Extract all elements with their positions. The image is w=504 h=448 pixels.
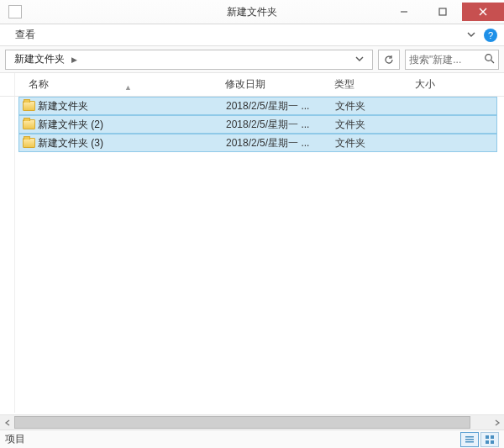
svg-line-5 (491, 60, 495, 63)
menubar: 查看 ? (0, 24, 504, 46)
table-row[interactable]: 新建文件夹 2018/2/5/星期一 ... 文件夹 (18, 97, 497, 115)
search-icon[interactable] (484, 53, 495, 66)
menu-view[interactable]: 查看 (7, 26, 44, 44)
search-input[interactable] (409, 54, 484, 66)
search-box[interactable] (405, 50, 499, 70)
scroll-right-button[interactable] (490, 415, 504, 430)
svg-rect-1 (439, 8, 446, 15)
address-dropdown-icon[interactable] (350, 54, 369, 66)
file-date: 2018/2/5/星期一 ... (226, 118, 335, 132)
svg-rect-8 (465, 441, 474, 443)
scroll-track[interactable] (14, 415, 490, 430)
svg-rect-10 (491, 435, 494, 439)
folder-icon (23, 119, 35, 129)
file-list: 新建文件夹 2018/2/5/星期一 ... 文件夹 新建文件夹 (2) 201… (0, 97, 504, 413)
address-bar: 新建文件夹 ▶ (0, 46, 504, 73)
titlebar: 新建文件夹 (0, 0, 504, 24)
minimize-button[interactable] (385, 3, 423, 21)
file-name: 新建文件夹 (2) (38, 118, 226, 132)
column-header-type[interactable]: 类型 (334, 77, 412, 92)
column-header-name-label: 名称 (29, 78, 49, 90)
file-name: 新建文件夹 (38, 99, 226, 113)
scroll-left-button[interactable] (0, 415, 14, 430)
refresh-button[interactable] (378, 50, 400, 70)
column-header-name[interactable]: 名称 ▲ (0, 77, 225, 92)
column-header-row: 名称 ▲ 修改日期 类型 大小 (0, 73, 504, 97)
column-header-size[interactable]: 大小 (412, 77, 504, 92)
breadcrumb-item[interactable]: 新建文件夹 (9, 50, 70, 68)
status-text: 项目 (5, 432, 25, 446)
window-controls (385, 3, 504, 21)
svg-point-4 (486, 54, 492, 61)
svg-rect-6 (465, 436, 474, 438)
folder-icon (23, 138, 35, 148)
svg-rect-12 (491, 440, 494, 444)
maximize-button[interactable] (423, 3, 462, 21)
breadcrumb-box[interactable]: 新建文件夹 ▶ (5, 50, 373, 70)
window-title: 新建文件夹 (227, 5, 277, 19)
scroll-thumb[interactable] (14, 416, 470, 429)
horizontal-scrollbar[interactable] (0, 414, 504, 430)
sort-indicator-icon: ▲ (124, 83, 132, 92)
file-type: 文件夹 (335, 118, 412, 132)
file-date: 2018/2/5/星期一 ... (226, 136, 335, 150)
view-details-button[interactable] (460, 432, 479, 447)
file-date: 2018/2/5/星期一 ... (226, 99, 335, 113)
close-button[interactable] (462, 3, 504, 21)
column-header-date[interactable]: 修改日期 (225, 77, 334, 92)
file-name: 新建文件夹 (3) (38, 136, 226, 150)
table-row[interactable]: 新建文件夹 (3) 2018/2/5/星期一 ... 文件夹 (18, 134, 497, 152)
file-type: 文件夹 (335, 99, 412, 113)
help-button[interactable]: ? (484, 29, 497, 42)
view-icons-button[interactable] (480, 432, 499, 447)
app-icon (8, 5, 22, 18)
ribbon-expand-button[interactable] (462, 29, 480, 41)
file-type: 文件夹 (335, 136, 412, 150)
table-row[interactable]: 新建文件夹 (2) 2018/2/5/星期一 ... 文件夹 (18, 115, 497, 134)
breadcrumb-separator-icon[interactable]: ▶ (70, 55, 79, 64)
svg-rect-9 (486, 435, 489, 439)
svg-rect-7 (465, 439, 474, 440)
folder-icon (23, 101, 35, 111)
svg-rect-11 (486, 440, 489, 444)
status-bar: 项目 (0, 430, 504, 448)
